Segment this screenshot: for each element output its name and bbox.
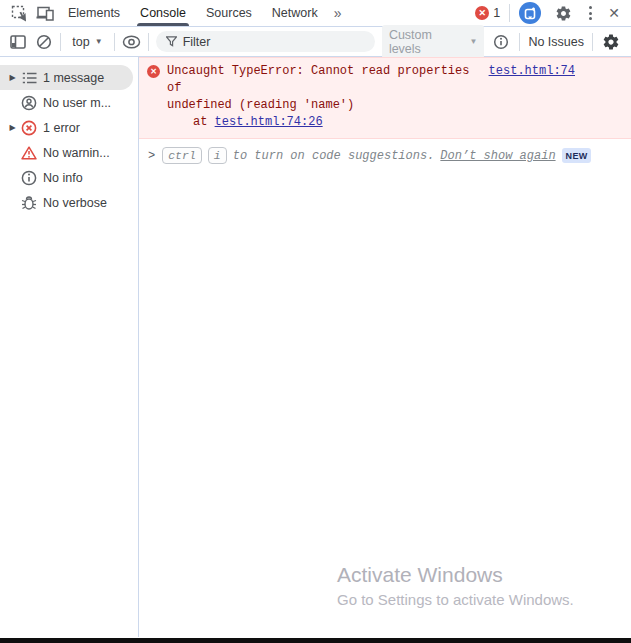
- error-count-badge[interactable]: ✕ 1: [475, 6, 500, 20]
- i-key-badge: i: [208, 147, 227, 164]
- sidebar-item-label: No user m...: [43, 96, 111, 110]
- hint-text: to turn on code suggestions.: [233, 149, 435, 163]
- console-sidebar-toggle-icon[interactable]: [8, 32, 27, 52]
- filter-input[interactable]: [183, 35, 365, 49]
- tab-console[interactable]: Console: [130, 0, 196, 26]
- info-icon: [21, 170, 37, 186]
- divider: [60, 33, 61, 51]
- move-to-tab-icon[interactable]: [519, 2, 541, 24]
- dont-show-again-link[interactable]: Don’t show again: [440, 149, 555, 163]
- console-sidebar: ▶ 1 message: [0, 57, 139, 637]
- error-source-link[interactable]: test.html:74: [489, 63, 575, 80]
- log-levels-dropdown[interactable]: Custom levels ▼: [382, 25, 485, 59]
- toolbar-right-cluster: No Issues: [491, 32, 621, 52]
- active-tab-indicator: [137, 23, 189, 26]
- ctrl-key-badge: ctrl: [162, 147, 202, 164]
- watermark-subtitle: Go to Settings to activate Windows.: [337, 591, 574, 608]
- sidebar-item-label: 1 error: [43, 121, 80, 135]
- tab-elements[interactable]: Elements: [58, 0, 130, 26]
- bug-icon: [21, 195, 37, 211]
- error-message-content: Uncaught TypeError: Cannot read properti…: [167, 63, 631, 131]
- error-message-line1: Uncaught TypeError: Cannot read properti…: [167, 63, 489, 97]
- kebab-menu-icon[interactable]: [585, 6, 596, 20]
- caret-right-icon[interactable]: ▶: [6, 73, 19, 82]
- inspect-element-icon[interactable]: [6, 0, 32, 26]
- sidebar-item-label: No warnin...: [43, 146, 110, 160]
- messages-list-icon: [21, 72, 37, 84]
- tabbar-right-cluster: ✕ 1 ✕: [475, 0, 623, 26]
- prompt-chevron-icon: >: [148, 149, 155, 163]
- error-count: 1: [493, 6, 500, 20]
- tab-sources[interactable]: Sources: [196, 0, 262, 26]
- frame-context-label: top: [72, 35, 89, 49]
- code-suggestions-hint: ctrl i to turn on code suggestions. Don’…: [162, 147, 591, 164]
- sidebar-item-label: 1 message: [43, 71, 104, 85]
- console-messages-pane: ✕ Uncaught TypeError: Cannot read proper…: [139, 57, 631, 637]
- chevron-down-icon: ▼: [469, 38, 477, 46]
- settings-gear-icon[interactable]: [550, 0, 576, 26]
- stack-prefix: at: [193, 115, 215, 129]
- more-tabs-icon[interactable]: »: [328, 0, 348, 26]
- activate-windows-watermark: Activate Windows Go to Settings to activ…: [337, 563, 574, 608]
- device-toolbar-icon[interactable]: [32, 0, 58, 26]
- divider: [519, 33, 520, 51]
- divider: [114, 33, 115, 51]
- sidebar-item-info[interactable]: No info: [0, 165, 133, 190]
- issues-counter[interactable]: No Issues: [528, 35, 584, 49]
- divider: [592, 33, 593, 51]
- log-levels-label: Custom levels: [389, 28, 464, 56]
- caret-right-icon[interactable]: ▶: [6, 123, 19, 132]
- live-expression-eye-icon[interactable]: [122, 32, 141, 52]
- sidebar-item-label: No verbose: [43, 196, 107, 210]
- sidebar-item-errors[interactable]: ▶ 1 error: [0, 115, 133, 140]
- console-prompt[interactable]: > ctrl i to turn on code suggestions. Do…: [139, 139, 631, 164]
- sidebar-item-user-messages[interactable]: No user m...: [0, 90, 133, 115]
- error-badge-icon: ✕: [475, 6, 489, 20]
- frame-context-selector[interactable]: top ▼: [68, 33, 106, 51]
- sidebar-item-verbose[interactable]: No verbose: [0, 190, 133, 215]
- console-body: ▶ 1 message: [0, 57, 631, 637]
- warning-triangle-icon: [21, 146, 37, 160]
- devtools-tabbar: Elements Console Sources Network » ✕ 1: [0, 0, 631, 27]
- console-toolbar: top ▼ Custom levels ▼ No Issues: [0, 27, 631, 57]
- clear-console-icon[interactable]: [34, 32, 53, 52]
- divider: [148, 33, 149, 51]
- tab-sources-label: Sources: [206, 6, 252, 20]
- filter-box[interactable]: [156, 31, 375, 52]
- info-icon[interactable]: [491, 32, 511, 52]
- tab-network[interactable]: Network: [262, 0, 328, 26]
- tab-network-label: Network: [272, 6, 318, 20]
- window-bottom-edge: [0, 638, 631, 643]
- sidebar-item-label: No info: [43, 171, 83, 185]
- error-circle-icon: [21, 120, 37, 136]
- watermark-title: Activate Windows: [337, 563, 574, 587]
- new-badge: NEW: [562, 148, 592, 163]
- console-settings-gear-icon[interactable]: [601, 32, 621, 52]
- divider: [509, 4, 510, 22]
- error-stack-line: at test.html:74:26: [167, 114, 631, 131]
- stack-frame-link[interactable]: test.html:74:26: [215, 115, 323, 129]
- filter-funnel-icon: [166, 36, 177, 47]
- user-icon: [21, 95, 37, 111]
- sidebar-item-warnings[interactable]: No warnin...: [0, 140, 133, 165]
- close-icon[interactable]: ✕: [605, 5, 623, 21]
- error-icon: ✕: [147, 65, 160, 78]
- sidebar-item-messages[interactable]: ▶ 1 message: [0, 65, 133, 90]
- console-error-message[interactable]: ✕ Uncaught TypeError: Cannot read proper…: [139, 57, 631, 139]
- chevron-down-icon: ▼: [95, 38, 103, 46]
- tab-console-label: Console: [140, 6, 186, 20]
- error-message-line2: undefined (reading 'name'): [167, 97, 631, 114]
- tab-elements-label: Elements: [68, 6, 120, 20]
